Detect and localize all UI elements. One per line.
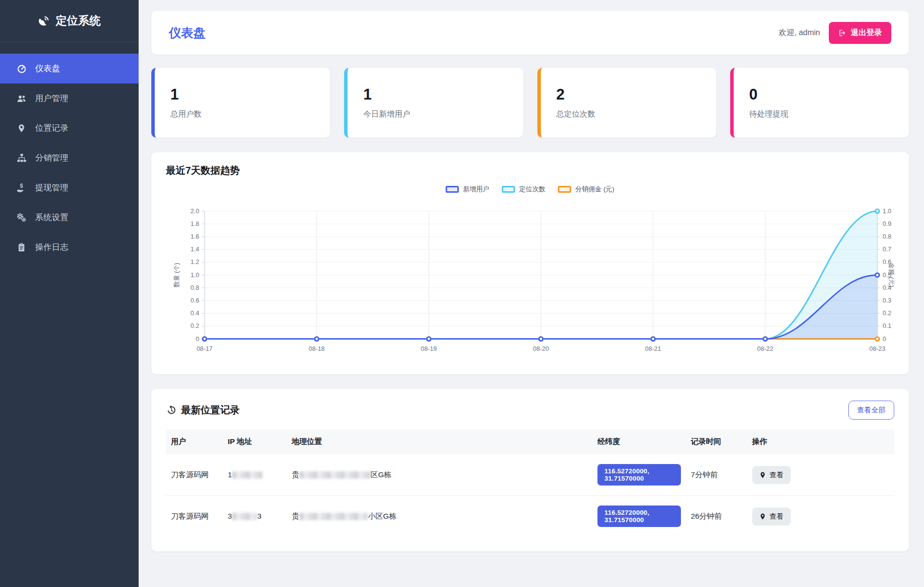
- view-all-button[interactable]: 查看全部: [848, 401, 894, 420]
- sidebar-item-settings[interactable]: 系统设置: [0, 202, 139, 232]
- censored-location: ███████████████████████████: [299, 513, 368, 520]
- brand: 定位系统: [0, 0, 139, 42]
- sidebar-item-label: 操作日志: [35, 242, 68, 253]
- location-suffix: 区G栋: [370, 470, 391, 479]
- time-cell: 26分钟前: [686, 496, 747, 537]
- svg-text:2.0: 2.0: [190, 207, 199, 215]
- sidebar-item-label: 位置记录: [35, 122, 68, 134]
- sidebar-item-users[interactable]: 用户管理: [0, 83, 139, 113]
- svg-text:0.7: 0.7: [883, 245, 891, 253]
- col-actions: 操作: [747, 429, 894, 454]
- sign-out-icon: [838, 29, 846, 37]
- stat-card-total-locates: 2 总定位次数: [537, 68, 716, 138]
- stat-label: 总用户数: [170, 109, 330, 120]
- legend-label: 分销佣金 (元): [575, 185, 614, 194]
- stat-label: 总定位次数: [556, 109, 716, 120]
- sidebar-item-label: 提现管理: [35, 182, 68, 193]
- view-button[interactable]: 查看: [752, 466, 791, 484]
- svg-text:1.8: 1.8: [190, 220, 199, 227]
- logout-button[interactable]: 退出登录: [829, 22, 891, 44]
- sidebar-item-logs[interactable]: 操作日志: [0, 232, 139, 262]
- location-suffix: 小区G栋: [368, 512, 397, 520]
- legend-item[interactable]: 定位次数: [502, 185, 545, 194]
- records-table: 用户 IP 地址 地理位置 经纬度 记录时间 操作 刀客源码网1████████…: [166, 429, 894, 537]
- svg-text:08-21: 08-21: [645, 345, 661, 352]
- chart-legend: 新增用户定位次数分销佣金 (元): [166, 183, 894, 196]
- sidebar-item-dashboard[interactable]: 仪表盘: [0, 54, 139, 83]
- map-marker-icon: [16, 123, 27, 133]
- stat-label: 今日新增用户: [363, 109, 523, 120]
- ip-prefix: 1: [227, 470, 232, 479]
- svg-text:1.6: 1.6: [190, 233, 199, 240]
- sidebar-item-label: 系统设置: [35, 212, 68, 223]
- trend-chart-card: 最近7天数据趋势 新增用户定位次数分销佣金 (元) 00.20.40.60.81…: [151, 152, 909, 374]
- svg-text:0: 0: [883, 335, 886, 343]
- actions-cell: 查看: [747, 496, 894, 537]
- records-title: 最新位置记录: [166, 404, 240, 417]
- stat-value: 1: [170, 86, 330, 103]
- stats-row: 1 总用户数 1 今日新增用户 2 总定位次数 0 待处理提现: [151, 68, 909, 138]
- col-location: 地理位置: [287, 429, 593, 454]
- svg-text:0.8: 0.8: [190, 284, 199, 291]
- legend-item[interactable]: 分销佣金 (元): [558, 185, 614, 194]
- stat-value: 2: [556, 86, 716, 103]
- sidebar-item-locations[interactable]: 位置记录: [0, 113, 139, 143]
- page-title: 仪表盘: [169, 25, 205, 41]
- svg-text:1.4: 1.4: [190, 245, 199, 253]
- svg-text:08-18: 08-18: [308, 345, 325, 352]
- satellite-dish-icon: [38, 15, 50, 27]
- svg-text:0.9: 0.9: [883, 220, 891, 227]
- svg-text:0.6: 0.6: [190, 297, 199, 304]
- ip-prefix: 3: [227, 512, 232, 520]
- legend-item[interactable]: 新增用户: [446, 185, 489, 194]
- stat-value: 0: [749, 86, 909, 103]
- stat-card-pending-withdrawals: 0 待处理提现: [730, 68, 909, 138]
- svg-text:08-23: 08-23: [869, 345, 885, 352]
- records-title-text: 最新位置记录: [181, 404, 240, 417]
- sidebar-item-label: 用户管理: [35, 93, 68, 104]
- table-header-row: 用户 IP 地址 地理位置 经纬度 记录时间 操作: [166, 429, 894, 454]
- records-header: 最新位置记录 查看全部: [166, 401, 894, 420]
- history-icon: [166, 405, 176, 415]
- col-user: 用户: [166, 429, 223, 454]
- record-row: 刀客源码网3██████████3贵██████████████████████…: [166, 496, 894, 537]
- legend-label: 定位次数: [519, 185, 545, 194]
- col-time: 记录时间: [686, 429, 747, 454]
- time-cell: 7分钟前: [686, 454, 747, 496]
- logout-label: 退出登录: [851, 28, 882, 38]
- svg-text:0: 0: [196, 335, 199, 343]
- ip-cell: 1████████████: [223, 454, 287, 496]
- topbar: 仪表盘 欢迎, admin 退出登录: [151, 11, 909, 55]
- col-ip: IP 地址: [223, 429, 287, 454]
- svg-text:0.3: 0.3: [883, 297, 891, 304]
- sidebar-item-label: 仪表盘: [35, 63, 60, 74]
- svg-text:08-20: 08-20: [533, 345, 549, 352]
- trend-line-chart: 00.20.40.60.81.01.21.41.61.82.000.10.20.…: [166, 196, 894, 367]
- svg-text:0.1: 0.1: [883, 322, 891, 329]
- view-button[interactable]: 查看: [752, 507, 791, 526]
- user-cell: 刀客源码网: [166, 454, 223, 496]
- coords-cell: 116.52720000, 31.71570000: [593, 454, 686, 496]
- sidebar-item-distribution[interactable]: 分销管理: [0, 143, 139, 173]
- svg-text:08-22: 08-22: [757, 345, 773, 352]
- legend-swatch: [446, 186, 459, 193]
- users-icon: [16, 93, 27, 104]
- censored-ip: ████████████: [232, 471, 263, 479]
- svg-text:0.2: 0.2: [190, 322, 199, 329]
- legend-swatch: [558, 186, 571, 193]
- brand-name: 定位系统: [56, 13, 101, 28]
- coords-cell: 116.52720000, 31.71570000: [593, 496, 686, 537]
- sidebar-item-withdrawals[interactable]: 提现管理: [0, 173, 139, 202]
- sidebar-menu: 仪表盘 用户管理 位置记录: [0, 54, 139, 262]
- map-marker-icon: [759, 513, 766, 520]
- svg-text:1.0: 1.0: [190, 271, 199, 279]
- stat-value: 1: [363, 86, 523, 103]
- clipboard-list-icon: [16, 243, 27, 252]
- hand-holding-usd-icon: [16, 182, 27, 193]
- svg-text:08-19: 08-19: [421, 345, 437, 352]
- svg-text:0.8: 0.8: [883, 233, 891, 240]
- location-prefix: 贵: [292, 470, 300, 479]
- welcome-text: 欢迎, admin: [779, 28, 820, 38]
- view-button-label: 查看: [770, 512, 784, 521]
- map-marker-icon: [759, 471, 766, 479]
